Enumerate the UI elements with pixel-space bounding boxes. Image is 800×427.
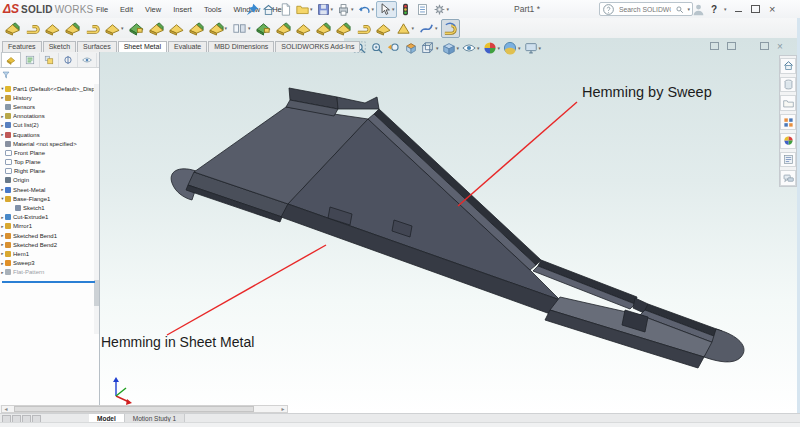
- print-button[interactable]: ▾: [335, 1, 356, 18]
- tree-scrollbar-thumb[interactable]: [94, 280, 99, 306]
- menu-view[interactable]: View: [141, 3, 165, 16]
- zoom-area-button[interactable]: [369, 41, 385, 55]
- doc-restore-button[interactable]: [760, 42, 769, 50]
- tab-mbd-dimensions[interactable]: MBD Dimensions: [208, 41, 274, 52]
- tree-item-cut-list-2[interactable]: ▸Cut list(2): [0, 121, 94, 130]
- filter-funnel-icon[interactable]: [2, 71, 10, 79]
- task-pane-design-library-button[interactable]: [780, 77, 796, 93]
- tree-item-right-plane[interactable]: Right Plane: [0, 167, 94, 176]
- fold-button[interactable]: [334, 19, 353, 38]
- tab-sketch[interactable]: Sketch: [43, 41, 76, 52]
- rip-button[interactable]: ▾: [394, 19, 417, 38]
- user-account-icon[interactable]: [692, 3, 705, 16]
- previous-view-button[interactable]: [386, 41, 402, 55]
- search-icon[interactable]: [675, 5, 684, 14]
- base-flange-button[interactable]: [3, 19, 22, 38]
- lofted-bend-button[interactable]: [23, 19, 42, 38]
- rebuild-button[interactable]: [397, 1, 414, 18]
- tab-evaluate[interactable]: Evaluate: [168, 41, 207, 52]
- graphics-viewport[interactable]: Hemming by Sweep Hemming in Sheet Metal: [100, 38, 797, 413]
- tree-item-sketched-bend2[interactable]: ▸Sketched Bend2: [0, 240, 94, 249]
- hem-button[interactable]: [83, 19, 102, 38]
- view-settings-button[interactable]: ▾: [523, 41, 543, 55]
- tree-item-sheet-metal[interactable]: ▸Sheet-Metal: [0, 185, 94, 194]
- doc-window-icon-1[interactable]: [710, 42, 719, 50]
- tree-item-cut-extrude1[interactable]: ▸Cut-Extrude1: [0, 213, 94, 222]
- task-pane-custom-properties-button[interactable]: [780, 152, 796, 168]
- scrollbar-thumb[interactable]: [14, 406, 254, 412]
- tree-item-part1-root[interactable]: ▾Part1 (Default<<Default>_Display Sta: [0, 84, 94, 93]
- tree-item-flat-pattern[interactable]: ▸Flat-Pattern: [0, 268, 94, 277]
- task-pane-resources-home-button[interactable]: [780, 58, 796, 74]
- panel-tab-configurationmanager[interactable]: [40, 53, 59, 67]
- tab-surfaces[interactable]: Surfaces: [77, 41, 117, 52]
- save-button[interactable]: ▾: [315, 1, 336, 18]
- tree-item-mirror1[interactable]: ▸Mirror1: [0, 222, 94, 231]
- panel-tab-dimxpertmanager[interactable]: [59, 53, 78, 67]
- tree-item-front-plane[interactable]: Front Plane: [0, 148, 94, 157]
- task-pane-file-explorer-button[interactable]: [780, 95, 796, 111]
- close-button[interactable]: ×: [767, 4, 778, 14]
- forming-tool-button[interactable]: [254, 19, 273, 38]
- corners-button[interactable]: [187, 19, 206, 38]
- section-view-button[interactable]: [403, 41, 419, 55]
- simple-hole-button[interactable]: [274, 19, 293, 38]
- panel-tab-propertymanager[interactable]: [21, 53, 40, 67]
- edge-flange-button[interactable]: [43, 19, 62, 38]
- insert-bends-button[interactable]: [374, 19, 393, 38]
- cross-break-button[interactable]: [167, 19, 186, 38]
- menu-file[interactable]: File: [92, 3, 112, 16]
- view-orientation-button[interactable]: ▾: [420, 41, 440, 55]
- scroll-right-arrow-icon[interactable]: ►: [279, 406, 287, 412]
- tree-item-top-plane[interactable]: Top Plane: [0, 158, 94, 167]
- jog-button[interactable]: ▾: [103, 19, 126, 38]
- scroll-left-arrow-icon[interactable]: ◄: [2, 406, 10, 412]
- panel-tab-featuremanager[interactable]: [1, 52, 21, 68]
- minimize-button[interactable]: [733, 4, 744, 14]
- menu-edit[interactable]: Edit: [116, 3, 137, 16]
- tree-item-equations[interactable]: ▸Equations: [0, 130, 94, 139]
- search-input[interactable]: [617, 5, 673, 14]
- tree-item-origin[interactable]: Origin: [0, 176, 94, 185]
- tree-item-sweep3[interactable]: ▸Sweep3: [0, 259, 94, 268]
- tab-solidworks-add-ins[interactable]: SOLIDWORKS Add-Ins: [275, 41, 360, 52]
- tree-item-material-not-specified[interactable]: Material <not specified>: [0, 139, 94, 148]
- rollback-bar[interactable]: [2, 281, 95, 283]
- convert-to-sheet-metal-button[interactable]: [127, 19, 146, 38]
- open-button[interactable]: ▾: [294, 1, 315, 18]
- pin-menu-icon[interactable]: [246, 3, 258, 15]
- flatten-button[interactable]: [354, 19, 373, 38]
- search-dropdown-caret[interactable]: ▾: [687, 6, 690, 12]
- hide-show-items-button[interactable]: ▾: [461, 41, 481, 55]
- tree-item-sketch1[interactable]: Sketch1: [0, 203, 94, 212]
- apply-scene-button[interactable]: ▾: [502, 41, 522, 55]
- panel-tab-displaymanager[interactable]: [78, 53, 97, 67]
- menu-insert[interactable]: Insert: [169, 3, 196, 16]
- sketched-bend-button[interactable]: [147, 19, 166, 38]
- display-style-button[interactable]: ▾: [441, 41, 461, 55]
- help-button[interactable]: ?: [711, 4, 717, 15]
- tab-sheet-metal[interactable]: Sheet Metal: [118, 41, 167, 52]
- task-pane-appearances-button[interactable]: [780, 133, 796, 149]
- restore-button[interactable]: [750, 4, 761, 14]
- help-dropdown-caret[interactable]: ▾: [724, 6, 727, 12]
- tree-item-sensors[interactable]: Sensors: [0, 102, 94, 111]
- doc-close-button[interactable]: ×: [777, 41, 783, 52]
- file-properties-button[interactable]: [414, 1, 431, 18]
- miter-flange-button[interactable]: [63, 19, 82, 38]
- tab-features[interactable]: Features: [2, 41, 42, 52]
- sweep-sketch-tool-button[interactable]: ▾: [417, 19, 440, 38]
- undo-button[interactable]: ▾: [356, 1, 377, 18]
- task-pane-forum-button[interactable]: [780, 170, 796, 186]
- mirror-button[interactable]: ▾: [230, 19, 253, 38]
- tree-item-sketched-bend1[interactable]: ▸Sketched Bend1: [0, 231, 94, 240]
- vent-button[interactable]: [294, 19, 313, 38]
- tree-item-history[interactable]: ▸History: [0, 93, 94, 102]
- unfold-button[interactable]: [314, 19, 333, 38]
- tree-item-hem1[interactable]: ▸Hem1: [0, 249, 94, 258]
- doc-window-icon-2[interactable]: [727, 42, 736, 50]
- horizontal-scrollbar[interactable]: ◄ ►: [1, 405, 288, 413]
- home-button[interactable]: [260, 1, 277, 18]
- select-cursor-button[interactable]: ▾: [376, 1, 397, 18]
- options-gear-button[interactable]: ▾: [431, 1, 452, 18]
